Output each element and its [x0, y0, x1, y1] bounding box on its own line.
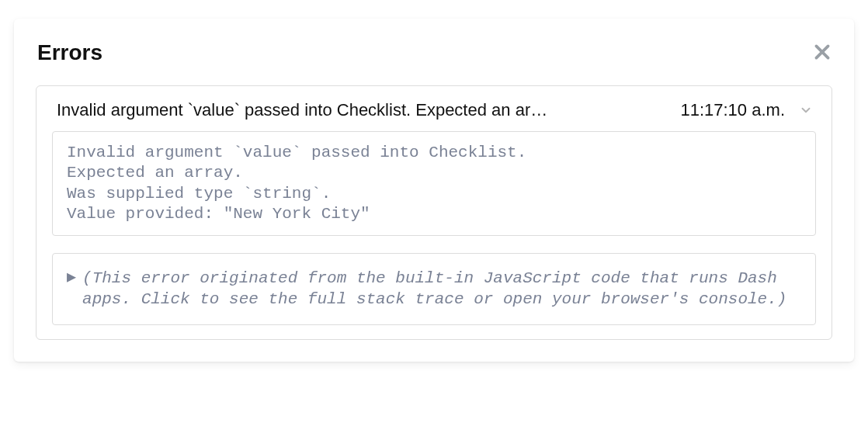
error-timestamp: 11:17:10 a.m.	[680, 100, 785, 120]
error-summary-text: Invalid argument `value` passed into Che…	[57, 100, 666, 120]
error-summary-row[interactable]: Invalid argument `value` passed into Che…	[52, 100, 816, 131]
panel-title: Errors	[37, 40, 102, 65]
panel-header: Errors	[36, 40, 832, 65]
error-container: Invalid argument `value` passed into Che…	[36, 85, 832, 340]
stack-trace-note: (This error originated from the built-in…	[82, 268, 801, 310]
expand-arrow-icon: ▶	[67, 268, 76, 288]
error-panel: Errors Invalid argument `value` passed i…	[14, 19, 854, 362]
error-detail-text: Invalid argument `value` passed into Che…	[67, 143, 801, 224]
close-button[interactable]	[812, 42, 832, 64]
close-icon	[812, 42, 832, 64]
stack-trace-toggle[interactable]: ▶ (This error originated from the built-…	[52, 253, 816, 325]
error-detail-box: Invalid argument `value` passed into Che…	[52, 131, 816, 236]
chevron-down-icon	[799, 103, 813, 117]
